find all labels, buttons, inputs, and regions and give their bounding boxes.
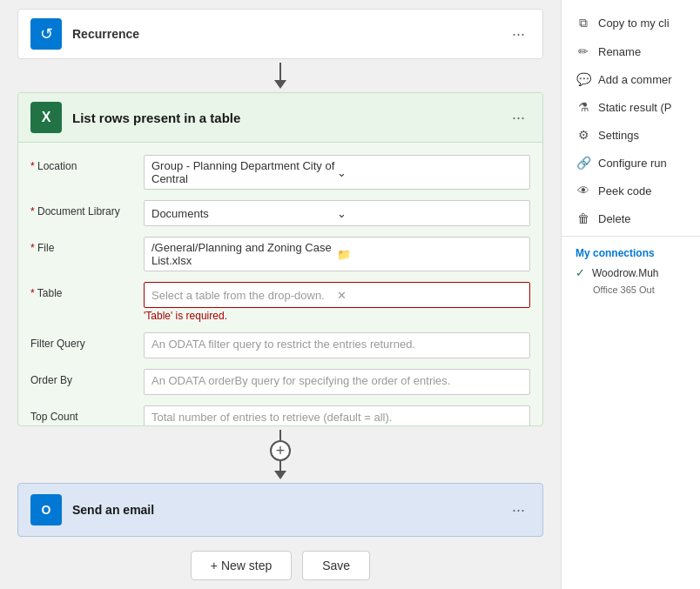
- sidebar-item-configure-run[interactable]: 🔗 Configure run: [562, 149, 700, 177]
- document-library-chevron-icon: ⌄: [337, 207, 522, 220]
- document-library-field[interactable]: Documents ⌄: [144, 200, 530, 226]
- filter-query-input[interactable]: An ODATA filter query to restrict the en…: [144, 332, 530, 358]
- static-result-label: Static result (P: [598, 101, 672, 114]
- configure-run-icon: 🔗: [575, 156, 591, 170]
- send-email-title: Send an email: [72, 503, 507, 517]
- add-comment-label: Add a commer: [598, 73, 672, 86]
- delete-label: Delete: [598, 212, 631, 225]
- location-field[interactable]: Group - Planning Department City of Cent…: [144, 155, 530, 190]
- table-clear-icon[interactable]: ✕: [337, 289, 522, 302]
- document-library-dropdown[interactable]: Documents ⌄: [144, 200, 530, 226]
- plus-line-top: [279, 430, 281, 440]
- order-by-row: Order By An ODATA orderBy query for spec…: [18, 364, 542, 400]
- plus-connector[interactable]: +: [270, 430, 291, 479]
- document-library-value: Documents: [151, 207, 337, 220]
- order-by-placeholder: An ODATA orderBy query for specifying th…: [151, 374, 450, 387]
- connection-name: Woodrow.Muh: [592, 267, 658, 279]
- top-count-row: Top Count Total number of entries to ret…: [18, 400, 542, 426]
- rename-icon: ✏: [575, 44, 591, 58]
- rename-label: Rename: [598, 45, 641, 58]
- recurrence-icon: ↺: [30, 18, 62, 50]
- table-placeholder: Select a table from the drop-down.: [151, 289, 337, 302]
- peek-code-label: Peek code: [598, 184, 651, 197]
- top-count-placeholder: Total number of entries to retrieve (def…: [151, 411, 392, 424]
- copy-icon: ⧉: [575, 16, 591, 30]
- location-label: Location: [30, 155, 144, 174]
- sidebar-item-rename[interactable]: ✏ Rename: [562, 37, 700, 65]
- plus-arrow-icon: [274, 471, 286, 479]
- list-rows-card: X List rows present in a table ··· Locat…: [17, 92, 543, 426]
- new-step-button[interactable]: + New step: [191, 551, 292, 580]
- send-email-ellipsis-button[interactable]: ···: [507, 499, 530, 521]
- location-row: Location Group - Planning Department Cit…: [18, 150, 542, 195]
- copy-to-label: Copy to my cli: [598, 17, 670, 30]
- connection-check-icon: ✓: [575, 266, 585, 279]
- excel-icon: X: [30, 102, 62, 133]
- card-ellipsis-button[interactable]: ···: [507, 107, 530, 129]
- settings-label: Settings: [598, 129, 639, 142]
- peek-code-icon: 👁: [575, 184, 591, 197]
- file-row: File /General/Planning and Zoning Case L…: [18, 231, 542, 277]
- connection-item: ✓ Woodrow.Muh: [562, 263, 700, 283]
- file-field[interactable]: /General/Planning and Zoning Case List.x…: [144, 237, 530, 271]
- sidebar-item-delete[interactable]: 🗑 Delete: [562, 204, 700, 232]
- right-sidebar: ⧉ Copy to my cli ✏ Rename 💬 Add a commer…: [561, 0, 700, 589]
- table-error: 'Table' is required.: [144, 310, 530, 322]
- table-label: Table: [30, 282, 144, 301]
- bottom-bar: + New step Save: [191, 551, 370, 580]
- filter-query-row: Filter Query An ODATA filter query to re…: [18, 327, 542, 364]
- outlook-icon: O: [30, 494, 62, 525]
- delete-icon: 🗑: [575, 211, 591, 225]
- location-chevron-icon: ⌄: [337, 166, 522, 179]
- arrow-connector-1: [274, 63, 286, 89]
- document-library-row: Document Library Documents ⌄: [18, 195, 542, 231]
- order-by-label: Order By: [30, 369, 144, 388]
- file-value: /General/Planning and Zoning Case List.x…: [151, 241, 337, 267]
- location-value: Group - Planning Department City of Cent…: [151, 159, 337, 185]
- document-library-label: Document Library: [30, 200, 144, 219]
- save-button[interactable]: Save: [302, 551, 370, 580]
- my-connections-title: My connections: [562, 240, 700, 263]
- location-dropdown[interactable]: Group - Planning Department City of Cent…: [144, 155, 530, 190]
- file-folder-icon: 📁: [337, 248, 522, 261]
- configure-run-label: Configure run: [598, 157, 667, 170]
- table-row: Table Select a table from the drop-down.…: [18, 277, 542, 327]
- plus-icon[interactable]: +: [270, 440, 291, 461]
- top-count-input[interactable]: Total number of entries to retrieve (def…: [144, 405, 530, 426]
- top-count-label: Top Count: [30, 405, 144, 425]
- sidebar-item-settings[interactable]: ⚙ Settings: [562, 121, 700, 149]
- comment-icon: 💬: [575, 72, 591, 86]
- file-input[interactable]: /General/Planning and Zoning Case List.x…: [144, 237, 530, 271]
- card-title: List rows present in a table: [72, 110, 507, 125]
- top-count-field[interactable]: Total number of entries to retrieve (def…: [144, 405, 530, 426]
- send-email-block: O Send an email ···: [17, 483, 543, 537]
- form-body: Location Group - Planning Department Cit…: [18, 143, 542, 426]
- card-header: X List rows present in a table ···: [18, 93, 542, 143]
- sidebar-item-copy-to[interactable]: ⧉ Copy to my cli: [562, 9, 700, 37]
- order-by-input[interactable]: An ODATA orderBy query for specifying th…: [144, 369, 530, 395]
- filter-query-placeholder: An ODATA filter query to restrict the en…: [151, 338, 415, 351]
- connection-sub: Office 365 Out: [562, 283, 700, 298]
- table-dropdown[interactable]: Select a table from the drop-down. ✕: [144, 282, 530, 308]
- settings-icon: ⚙: [575, 128, 591, 142]
- filter-query-field[interactable]: An ODATA filter query to restrict the en…: [144, 332, 530, 358]
- order-by-field[interactable]: An ODATA orderBy query for specifying th…: [144, 369, 530, 395]
- recurrence-ellipsis-button[interactable]: ···: [507, 23, 530, 45]
- sidebar-item-add-comment[interactable]: 💬 Add a commer: [562, 65, 700, 93]
- recurrence-title: Recurrence: [72, 27, 507, 41]
- sidebar-divider: [562, 236, 700, 237]
- sidebar-item-peek-code[interactable]: 👁 Peek code: [562, 177, 700, 204]
- sidebar-item-static-result[interactable]: ⚗ Static result (P: [562, 93, 700, 121]
- static-result-icon: ⚗: [575, 100, 591, 114]
- recurrence-block: ↺ Recurrence ···: [17, 9, 543, 59]
- table-field-wrapper[interactable]: Select a table from the drop-down. ✕ 'Ta…: [144, 282, 530, 322]
- file-label: File: [30, 237, 144, 256]
- filter-query-label: Filter Query: [30, 332, 144, 351]
